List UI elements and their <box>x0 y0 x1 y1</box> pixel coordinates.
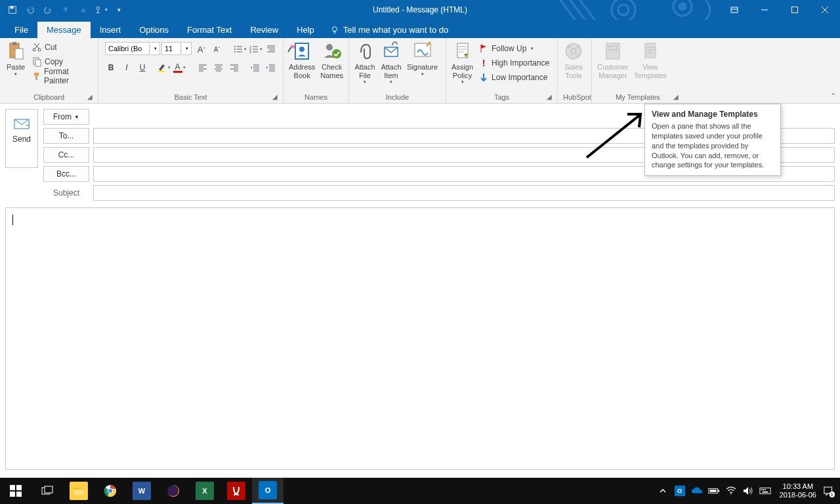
numbering-button[interactable]: 123▾ <box>248 42 262 56</box>
align-center-button[interactable] <box>211 60 226 75</box>
maximize-icon[interactable] <box>780 0 810 20</box>
low-importance-button[interactable]: Low Importance <box>477 71 551 84</box>
format-painter-button[interactable]: Format Painter <box>30 70 94 83</box>
tray-battery-icon[interactable] <box>706 478 722 504</box>
svg-rect-45 <box>16 492 22 497</box>
align-right-button[interactable] <box>227 60 242 75</box>
next-icon[interactable] <box>75 1 92 18</box>
font-name-input[interactable] <box>105 42 150 55</box>
acrobat-button[interactable] <box>220 478 252 504</box>
svg-rect-44 <box>10 492 15 497</box>
view-templates-button[interactable]: View Templates <box>631 39 669 81</box>
align-left-button[interactable] <box>196 60 210 75</box>
svg-point-3 <box>612 0 635 20</box>
paintbrush-icon <box>32 71 41 81</box>
tab-help[interactable]: Help <box>287 22 324 38</box>
high-importance-button[interactable]: !High Importance <box>477 56 551 70</box>
check-names-button[interactable]: Check Names <box>318 39 346 81</box>
start-button[interactable] <box>0 478 32 504</box>
font-size-dropdown[interactable]: ▾ <box>182 42 192 55</box>
redo-icon[interactable] <box>39 1 56 18</box>
touch-mode-icon[interactable]: ▾ <box>93 1 110 18</box>
dialog-launcher-icon[interactable]: ◢ <box>672 93 680 101</box>
dialog-launcher-icon[interactable]: ◢ <box>271 93 279 101</box>
svg-rect-1 <box>10 7 14 9</box>
minimize-icon[interactable] <box>749 0 780 20</box>
tooltip-view-templates: View and Manage Templates Open a pane th… <box>644 104 781 176</box>
send-button[interactable]: Send <box>5 109 38 168</box>
message-body[interactable] <box>5 207 835 470</box>
svg-point-5 <box>673 0 692 16</box>
close-icon[interactable] <box>810 0 840 20</box>
tab-options[interactable]: Options <box>130 22 178 38</box>
excel-button[interactable]: X <box>189 478 220 504</box>
decrease-font-button[interactable]: A˅ <box>210 42 224 56</box>
tab-format-text[interactable]: Format Text <box>178 22 241 38</box>
bullets-button[interactable]: ▾ <box>232 42 247 56</box>
decrease-indent-button[interactable] <box>248 60 262 75</box>
tray-onedrive-icon[interactable] <box>689 478 705 504</box>
signature-button[interactable]: Signature▾ <box>404 39 440 78</box>
group-include-label: Include <box>352 93 443 103</box>
to-button[interactable]: To... <box>43 128 89 144</box>
from-button[interactable]: From ▼ <box>43 109 89 125</box>
tray-clock[interactable]: 10:33 AM2018-06-06 <box>774 482 822 499</box>
svg-point-27 <box>299 47 304 52</box>
tab-insert[interactable]: Insert <box>91 22 131 38</box>
italic-button[interactable]: I <box>119 60 134 75</box>
highlight-button[interactable]: ▾ <box>156 60 171 75</box>
firefox-button[interactable] <box>158 478 189 504</box>
svg-rect-25 <box>158 71 165 72</box>
task-view-button[interactable] <box>32 478 63 504</box>
arrow-down-icon <box>478 72 489 83</box>
paragraph-marks-button[interactable] <box>264 42 278 56</box>
dialog-launcher-icon[interactable]: ◢ <box>86 93 94 101</box>
svg-point-14 <box>38 49 41 51</box>
increase-font-button[interactable]: A˄ <box>194 42 209 56</box>
ribbon-display-icon[interactable] <box>719 0 749 20</box>
svg-rect-11 <box>12 42 16 45</box>
tray-outlook-icon[interactable]: O <box>672 478 688 504</box>
tray-notifications-icon[interactable]: 1 <box>823 478 839 504</box>
qat-more-icon[interactable]: ▾ <box>110 1 127 18</box>
tab-file[interactable]: File <box>5 22 37 38</box>
tray-overflow-icon[interactable] <box>655 478 671 504</box>
attach-item-button[interactable]: Attach Item▾ <box>378 39 404 86</box>
word-button[interactable]: W <box>126 478 158 504</box>
address-book-button[interactable]: Address Book <box>286 39 318 81</box>
tray-keyboard-icon[interactable] <box>757 478 773 504</box>
cc-button[interactable]: Cc... <box>43 147 89 163</box>
svg-point-20 <box>234 51 236 52</box>
tab-review[interactable]: Review <box>241 22 287 38</box>
assign-policy-button[interactable]: Assign Policy▾ <box>449 39 476 86</box>
bold-button[interactable]: B <box>104 60 118 75</box>
increase-indent-button[interactable] <box>264 60 278 75</box>
svg-point-19 <box>234 49 236 50</box>
tray-wifi-icon[interactable] <box>723 478 739 504</box>
paste-button[interactable]: Paste▾ <box>3 39 29 78</box>
font-size-input[interactable] <box>161 42 181 55</box>
dialog-launcher-icon[interactable]: ◢ <box>545 93 553 101</box>
copy-button[interactable]: Copy <box>30 55 94 68</box>
bcc-button[interactable]: Bcc... <box>43 166 89 182</box>
outlook-button[interactable]: O <box>252 478 284 504</box>
underline-button[interactable]: U <box>135 60 150 75</box>
tell-me-search[interactable]: Tell me what you want to do <box>324 22 455 38</box>
collapse-ribbon-icon[interactable]: ⌃ <box>830 92 836 100</box>
follow-up-button[interactable]: Follow Up▾ <box>477 42 551 55</box>
attach-file-button[interactable]: Attach File▾ <box>352 39 378 86</box>
undo-icon[interactable] <box>22 1 39 18</box>
font-color-button[interactable]: A▾ <box>172 60 186 75</box>
font-name-dropdown[interactable]: ▾ <box>151 42 160 55</box>
tray-volume-icon[interactable] <box>740 478 756 504</box>
save-icon[interactable] <box>4 1 21 18</box>
cut-button[interactable]: Cut <box>30 41 94 54</box>
scissors-icon <box>32 42 42 52</box>
subject-input[interactable] <box>93 185 835 201</box>
chrome-button[interactable] <box>94 478 126 504</box>
prev-icon[interactable] <box>57 1 74 18</box>
file-explorer-button[interactable] <box>63 478 94 504</box>
svg-rect-59 <box>761 489 762 490</box>
svg-point-35 <box>568 45 570 48</box>
tab-message[interactable]: Message <box>37 22 91 38</box>
